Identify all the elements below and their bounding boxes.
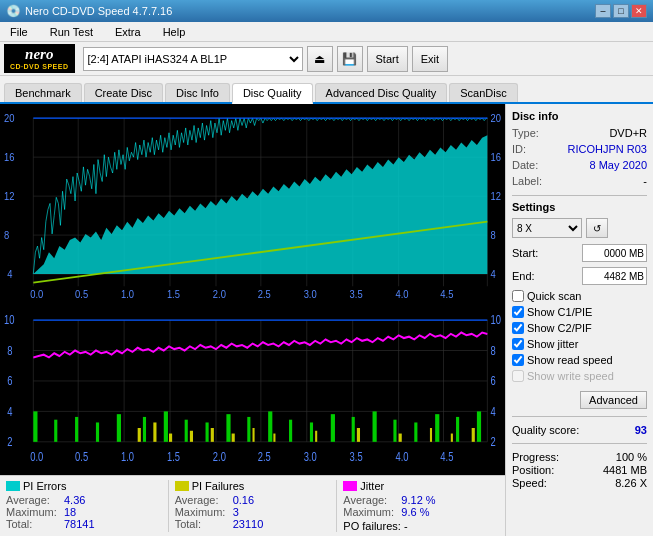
svg-text:4.5: 4.5	[440, 289, 453, 301]
speed-select[interactable]: 8 X	[512, 218, 582, 238]
show-jitter-checkbox[interactable]	[512, 338, 524, 350]
refresh-icon-btn[interactable]: ↺	[586, 218, 608, 238]
right-panel: Disc info Type: DVD+R ID: RICOHJPN R03 D…	[505, 104, 653, 536]
svg-text:3.5: 3.5	[350, 289, 363, 301]
tab-scan-disc[interactable]: ScanDisc	[449, 83, 517, 102]
svg-text:4.0: 4.0	[395, 450, 408, 464]
pi-failures-avg-label: Average:	[175, 494, 227, 506]
po-failures-row: PO failures: -	[343, 520, 499, 532]
pi-failures-avg-row: Average: 0.16	[175, 494, 331, 506]
start-input[interactable]	[582, 244, 647, 262]
pi-errors-total-value: 78141	[64, 518, 95, 530]
tab-disc-info[interactable]: Disc Info	[165, 83, 230, 102]
svg-text:2: 2	[7, 435, 12, 449]
svg-rect-108	[393, 420, 396, 442]
svg-text:20: 20	[4, 112, 15, 124]
svg-text:4: 4	[7, 268, 13, 280]
svg-rect-87	[399, 433, 402, 441]
menu-file[interactable]: File	[4, 24, 34, 40]
svg-text:2.0: 2.0	[213, 450, 226, 464]
quick-scan-row: Quick scan	[512, 290, 647, 302]
tab-create-disc[interactable]: Create Disc	[84, 83, 163, 102]
svg-text:2: 2	[490, 435, 495, 449]
toolbar: nero CD·DVD SPEED [2:4] ATAPI iHAS324 A …	[0, 42, 653, 76]
svg-rect-103	[289, 420, 292, 442]
svg-rect-110	[435, 414, 439, 442]
pi-errors-total-label: Total:	[6, 518, 58, 530]
speed-value: 8.26 X	[615, 477, 647, 489]
svg-rect-101	[247, 417, 250, 442]
title-bar-controls[interactable]: – □ ✕	[595, 4, 647, 18]
tab-disc-quality[interactable]: Disc Quality	[232, 83, 313, 104]
pi-failures-max-row: Maximum: 3	[175, 506, 331, 518]
svg-rect-95	[117, 414, 121, 442]
end-input[interactable]	[582, 267, 647, 285]
tabs: Benchmark Create Disc Disc Info Disc Qua…	[0, 76, 653, 104]
svg-rect-106	[352, 417, 355, 442]
quick-scan-label: Quick scan	[527, 290, 581, 302]
show-read-speed-checkbox[interactable]	[512, 354, 524, 366]
svg-text:3.5: 3.5	[350, 450, 363, 464]
pi-failures-total-row: Total: 23110	[175, 518, 331, 530]
menu-help[interactable]: Help	[157, 24, 192, 40]
tab-advanced-disc-quality[interactable]: Advanced Disc Quality	[315, 83, 448, 102]
minimize-button[interactable]: –	[595, 4, 611, 18]
disc-type-label: Type:	[512, 127, 539, 139]
speed-row: 8 X ↺	[512, 218, 647, 238]
show-c1pie-label: Show C1/PIE	[527, 306, 592, 318]
end-label: End:	[512, 270, 535, 282]
pi-errors-max-value: 18	[64, 506, 76, 518]
menu-run-test[interactable]: Run Test	[44, 24, 99, 40]
pi-failures-legend-box	[175, 481, 189, 491]
tab-benchmark[interactable]: Benchmark	[4, 83, 82, 102]
svg-rect-82	[232, 433, 235, 441]
jitter-avg-label: Average:	[343, 494, 395, 506]
chart-top: 20 16 12 8 4 20 16 12 8 4 0.0 0.5 1.	[2, 106, 503, 307]
disc-id-value: RICOHJPN R03	[568, 143, 647, 155]
jitter-legend-box	[343, 481, 357, 491]
close-button[interactable]: ✕	[631, 4, 647, 18]
jitter-avg-value: 9.12 %	[401, 494, 435, 506]
speed-row-prog: Speed: 8.26 X	[512, 477, 647, 489]
show-c2pif-checkbox[interactable]	[512, 322, 524, 334]
svg-rect-100	[226, 414, 230, 442]
show-read-speed-row: Show read speed	[512, 354, 647, 366]
advanced-button[interactable]: Advanced	[580, 391, 647, 409]
disc-label-row: Label: -	[512, 175, 647, 187]
svg-text:2.5: 2.5	[258, 289, 271, 301]
progress-label: Progress:	[512, 451, 559, 463]
svg-text:16: 16	[490, 151, 501, 163]
svg-text:0.5: 0.5	[75, 450, 88, 464]
jitter-max-row: Maximum: 9.6 %	[343, 506, 499, 518]
title-bar: 💿 Nero CD-DVD Speed 4.7.7.16 – □ ✕	[0, 0, 653, 22]
show-write-speed-checkbox[interactable]	[512, 370, 524, 382]
start-button[interactable]: Start	[367, 46, 408, 72]
disc-type-row: Type: DVD+R	[512, 127, 647, 139]
show-write-speed-row: Show write speed	[512, 370, 647, 382]
show-c1pie-checkbox[interactable]	[512, 306, 524, 318]
svg-rect-86	[357, 428, 360, 442]
quality-score-label: Quality score:	[512, 424, 579, 436]
svg-rect-96	[143, 417, 146, 442]
quick-scan-checkbox[interactable]	[512, 290, 524, 302]
po-failures-value: -	[404, 520, 408, 532]
eject-icon-btn[interactable]: ⏏	[307, 46, 333, 72]
pi-errors-avg-value: 4.36	[64, 494, 85, 506]
show-c2pif-row: Show C2/PIF	[512, 322, 647, 334]
divider-settings	[512, 195, 647, 196]
show-jitter-row: Show jitter	[512, 338, 647, 350]
disc-date-label: Date:	[512, 159, 538, 171]
drive-select[interactable]: [2:4] ATAPI iHAS324 A BL1P	[83, 47, 303, 71]
stat-group-jitter: Jitter Average: 9.12 % Maximum: 9.6 % PO…	[343, 480, 499, 532]
show-read-speed-label: Show read speed	[527, 354, 613, 366]
maximize-button[interactable]: □	[613, 4, 629, 18]
progress-value: 100 %	[616, 451, 647, 463]
svg-rect-77	[138, 428, 141, 442]
jitter-max-value: 9.6 %	[401, 506, 429, 518]
exit-button[interactable]: Exit	[412, 46, 448, 72]
svg-text:16: 16	[4, 151, 15, 163]
save-icon-btn[interactable]: 💾	[337, 46, 363, 72]
menu-extra[interactable]: Extra	[109, 24, 147, 40]
svg-rect-80	[190, 431, 193, 442]
position-row: Position: 4481 MB	[512, 464, 647, 476]
